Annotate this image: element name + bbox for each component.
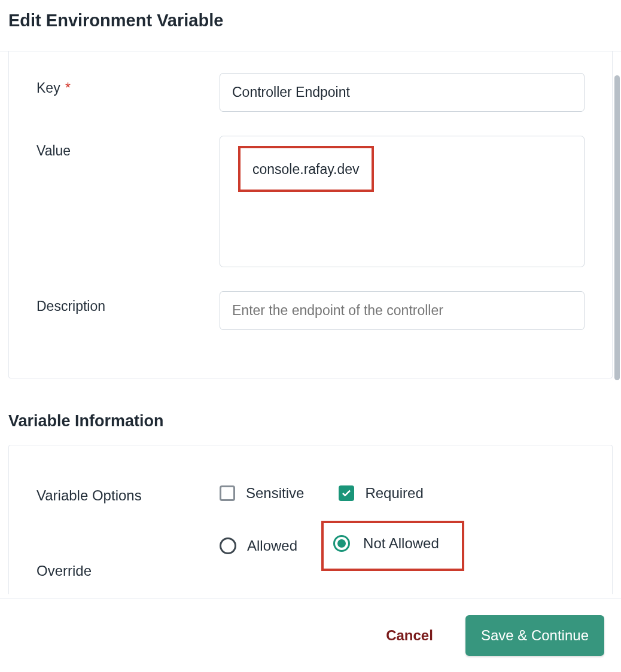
dialog-footer: Cancel Save & Continue [0,598,621,672]
key-label: Key * [36,73,220,96]
radio-checked-icon [333,535,350,552]
scrollbar-thumb[interactable] [614,75,620,380]
save-continue-button[interactable]: Save & Continue [465,615,604,656]
cancel-button[interactable]: Cancel [382,622,437,649]
checkbox-checked-icon [339,485,354,501]
basic-fields-panel: Key * Value console.rafay.dev Descriptio… [8,51,613,378]
variable-info-title: Variable Information [8,412,613,430]
value-label: Value [36,136,220,159]
required-checkbox[interactable]: Required [339,485,423,502]
value-highlight: console.rafay.dev [238,146,374,192]
variable-options-label: Variable Options [36,485,220,504]
description-label: Description [36,291,220,314]
dialog-header: Edit Environment Variable [0,0,621,51]
dialog-title: Edit Environment Variable [8,11,613,30]
required-label: Required [365,485,423,502]
allowed-radio[interactable]: Allowed [220,534,297,558]
variable-info-panel: Variable Options Sensitive Required Over… [8,445,613,594]
override-row: Override Allowed Not Allowed [36,521,585,594]
sensitive-checkbox[interactable]: Sensitive [220,485,304,502]
sensitive-label: Sensitive [246,485,304,502]
key-row: Key * [36,73,585,112]
not-allowed-radio[interactable]: Not Allowed [333,535,439,552]
override-label: Override [36,521,220,579]
description-input[interactable] [220,291,585,330]
not-allowed-highlight: Not Allowed [321,521,464,571]
not-allowed-label: Not Allowed [363,535,439,552]
content-scroll: Key * Value console.rafay.dev Descriptio… [0,51,621,594]
checkbox-unchecked-icon [220,485,235,501]
radio-unchecked-icon [220,537,236,554]
variable-options-row: Variable Options Sensitive Required [36,485,585,504]
key-input[interactable] [220,73,585,112]
required-asterisk: * [65,80,71,96]
allowed-label: Allowed [247,537,297,554]
description-row: Description [36,291,585,330]
value-row: Value console.rafay.dev [36,136,585,267]
value-textarea[interactable]: console.rafay.dev [220,136,585,267]
